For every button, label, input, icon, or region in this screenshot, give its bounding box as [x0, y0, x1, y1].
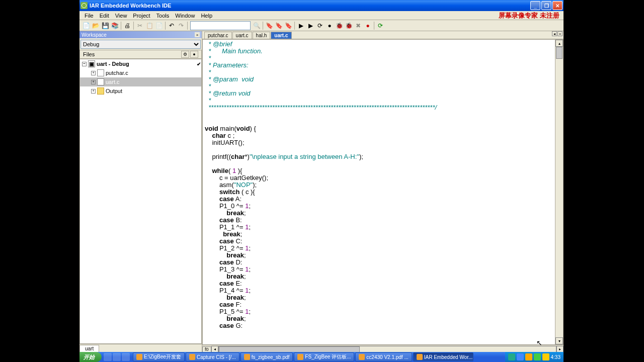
window-title: IAR Embedded Workbench IDE — [90, 3, 530, 9]
taskbar-button[interactable]: cc2430 V2.1.pdf ... — [355, 352, 412, 361]
file-tree[interactable]: − ▣ uart - Debug ✔ + putchar.c + uart.c … — [79, 59, 202, 344]
maximize-button[interactable]: ❐ — [541, 1, 551, 10]
workspace-title: Workspace — [82, 32, 107, 38]
menu-bar: File Edit View Project Tools Window Help — [79, 11, 564, 20]
open-icon[interactable]: 📂 — [91, 21, 100, 30]
paste-icon[interactable]: 📄 — [154, 21, 164, 30]
ql-icon[interactable] — [104, 353, 112, 361]
expand-icon[interactable]: + — [91, 71, 96, 75]
tray-icon[interactable] — [508, 353, 515, 360]
cut-icon[interactable]: ✂ — [135, 21, 144, 30]
config-select[interactable]: Debug — [80, 40, 201, 49]
clock[interactable]: 4:33 — [551, 354, 560, 360]
task-label: fs_zigbee_sb.pdf — [252, 354, 290, 360]
taskbar-button[interactable]: Capture CIS - [/... — [186, 352, 239, 361]
compile-icon[interactable]: ▶ — [296, 21, 305, 30]
find-combo[interactable] — [190, 21, 251, 30]
editor-tab[interactable]: hal.h — [253, 32, 271, 39]
minimize-button[interactable]: _ — [530, 1, 540, 10]
bookmark-next-icon[interactable]: 🔖 — [274, 21, 283, 30]
copy-icon[interactable]: 📋 — [145, 21, 154, 30]
stop-build-icon[interactable]: ⟳ — [315, 21, 325, 30]
undo-icon[interactable]: ↶ — [167, 21, 176, 30]
stop-debug-icon[interactable]: ✖ — [354, 21, 363, 30]
menu-project[interactable]: Project — [130, 13, 153, 19]
toolbar: 📄 📂 💾 📚 🖨 ✂ 📋 📄 ↶ ↷ 🔍 🔖 🔖 🔖 ▶ ▶ ⟳ ● 🐞 🐞 … — [79, 20, 564, 31]
file-icon — [97, 78, 104, 85]
toolbar-separator — [263, 22, 263, 30]
header-btn-2[interactable]: ● — [190, 51, 198, 58]
task-icon — [244, 354, 250, 360]
save-icon[interactable]: 💾 — [101, 21, 110, 30]
find-icon[interactable]: 🔍 — [252, 21, 261, 30]
ql-icon[interactable] — [122, 353, 130, 361]
tab-scroll-left-icon[interactable]: ◂ — [552, 31, 557, 36]
debug-icon2[interactable]: 🐞 — [344, 21, 353, 30]
start-button[interactable]: 开始 — [79, 352, 102, 362]
tray-icon[interactable] — [542, 353, 549, 360]
bookmark-toggle-icon[interactable]: 🔖 — [265, 21, 274, 30]
project-icon: ▣ — [88, 60, 95, 67]
tree-item-label: putchar.c — [106, 70, 128, 76]
tray-icon[interactable] — [525, 353, 532, 360]
toggle-breakpoint-icon[interactable]: ● — [325, 21, 334, 30]
tree-item[interactable]: + uart.c — [80, 77, 201, 86]
expand-icon[interactable]: + — [91, 80, 96, 84]
toolbar-separator — [133, 22, 134, 30]
collapse-icon[interactable]: − — [82, 62, 87, 66]
refresh-icon[interactable]: ⟳ — [376, 21, 385, 30]
ql-icon[interactable] — [113, 353, 121, 361]
tray-icon[interactable] — [517, 353, 524, 360]
taskbar-button[interactable]: E:\ZigBee开发套 — [133, 352, 185, 361]
menu-file[interactable]: File — [82, 13, 97, 19]
editor-tab[interactable]: uart.c — [232, 32, 252, 39]
debug-icon[interactable]: 🐞 — [335, 21, 344, 30]
tree-item[interactable]: + putchar.c — [80, 68, 201, 77]
tree-project-root[interactable]: − ▣ uart - Debug ✔ — [80, 59, 201, 68]
workspace-panel: Workspace × Debug Files ⚙ ● − ▣ uart - D… — [79, 31, 202, 353]
taskbar-button[interactable]: FS_ZigBee 评估板... — [294, 352, 354, 361]
tab-close-icon[interactable]: × — [557, 31, 562, 36]
vertical-scrollbar[interactable]: ▴ ▾ — [555, 40, 563, 344]
bookmark-prev-icon[interactable]: 🔖 — [284, 21, 293, 30]
editor-tab[interactable]: putchar.c — [204, 32, 232, 39]
toolbar-separator — [294, 22, 295, 30]
menu-help[interactable]: Help — [198, 13, 215, 19]
menu-tools[interactable]: Tools — [153, 13, 173, 19]
hscroll-thumb[interactable] — [219, 346, 360, 352]
tree-item[interactable]: + Output — [80, 86, 201, 96]
code-editor[interactable]: * @brief * Main function. * * Parameters… — [203, 40, 555, 344]
scroll-up-icon[interactable]: ▴ — [555, 40, 563, 47]
scroll-down-icon[interactable]: ▾ — [555, 337, 563, 344]
header-btn-1[interactable]: ⚙ — [181, 51, 189, 58]
taskbar: 开始 E:\ZigBee开发套Capture CIS - [/...fs_zig… — [79, 352, 564, 362]
menu-edit[interactable]: Edit — [97, 13, 112, 19]
scroll-thumb[interactable] — [556, 47, 562, 59]
taskbar-button[interactable]: fs_zigbee_sb.pdf — [240, 352, 293, 361]
fold-indicator[interactable]: f0 — [202, 346, 211, 352]
tray-icon[interactable] — [534, 353, 541, 360]
task-label: FS_ZigBee 评估板... — [305, 353, 351, 360]
print-icon[interactable]: 🖨 — [123, 21, 132, 30]
new-icon[interactable]: 📄 — [82, 21, 91, 30]
project-name: uart - Debug — [97, 61, 129, 67]
menu-window[interactable]: Window — [172, 13, 198, 19]
close-button[interactable]: ✕ — [552, 1, 562, 10]
task-icon — [359, 354, 365, 360]
task-label: cc2430 V2.1.pdf ... — [366, 354, 408, 360]
toolbar-separator — [165, 22, 166, 30]
redo-icon[interactable]: ↷ — [177, 21, 186, 30]
taskbar-button[interactable]: IAR Embedded Wor... — [413, 352, 473, 361]
record-icon[interactable]: ● — [363, 21, 372, 30]
quick-launch — [104, 353, 130, 361]
task-icon — [189, 354, 195, 360]
save-all-icon[interactable]: 📚 — [110, 21, 119, 30]
toolbar-separator — [374, 22, 374, 30]
make-icon[interactable]: ▶ — [306, 21, 315, 30]
editor-tabs: putchar.cuart.chal.huart.c ◂ × — [202, 31, 564, 39]
menu-view[interactable]: View — [112, 13, 130, 19]
workspace-close-icon[interactable]: × — [195, 32, 200, 37]
system-tray: 4:33 — [505, 352, 564, 362]
editor-tab[interactable]: uart.c — [271, 32, 291, 39]
expand-icon[interactable]: + — [91, 89, 96, 94]
